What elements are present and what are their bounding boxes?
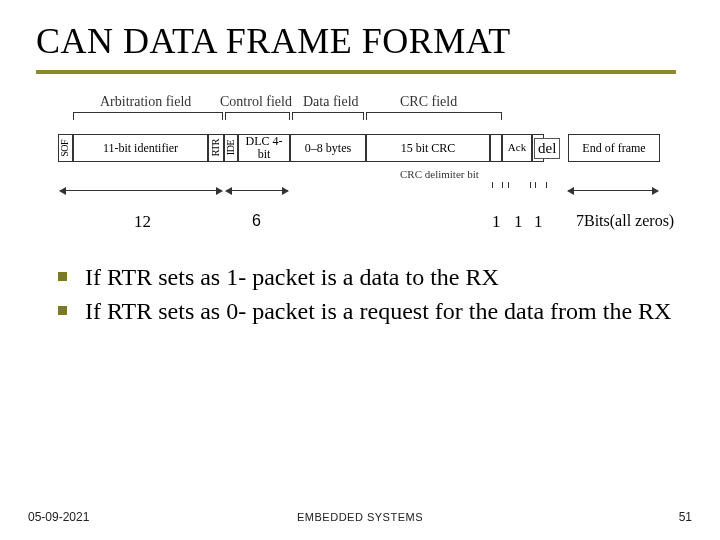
label-crc-delimiter-bit: CRC delimiter bit	[400, 168, 479, 180]
tick-ack-r	[530, 182, 531, 188]
bit-count-row: 12 6 1 1 1 7Bits(all zeros)	[40, 212, 675, 238]
field-ack: Ack	[502, 134, 532, 162]
footer-center: EMBEDDED SYSTEMS	[297, 511, 423, 523]
slide-title: CAN DATA FRAME FORMAT	[36, 20, 690, 62]
bullet-icon	[58, 272, 67, 281]
field-identifier: 11-bit identifier	[73, 134, 208, 162]
tick-crc-delim-r	[502, 182, 503, 188]
slide-footer: 05-09-2021 EMBEDDED SYSTEMS 51	[0, 510, 720, 524]
bracket-crc	[366, 112, 502, 120]
tick-crc-delim-l	[492, 182, 493, 188]
bits-del: 1	[534, 212, 543, 232]
tick-del-r	[546, 182, 547, 188]
bits-eof-note: 7Bits(all zeros)	[576, 212, 674, 230]
tick-ack-l	[508, 182, 509, 188]
bits-arbitration: 12	[134, 212, 151, 232]
bracket-arbitration	[73, 112, 223, 120]
list-item: If RTR sets as 1- packet is a data to th…	[58, 262, 688, 292]
tick-del-l	[535, 182, 536, 188]
bits-crc-delim: 1	[492, 212, 501, 232]
frame-diagram: Arbitration field Control field Data fie…	[40, 92, 675, 212]
field-crc: 15 bit CRC	[366, 134, 490, 162]
field-rtr: RTR	[208, 134, 224, 162]
span-eof-bits	[568, 190, 658, 191]
bits-ack: 1	[514, 212, 523, 232]
bullet-list: If RTR sets as 1- packet is a data to th…	[58, 262, 688, 326]
bits-control: 6	[252, 212, 261, 230]
bullet-text: If RTR sets as 1- packet is a data to th…	[85, 262, 499, 292]
field-data-bytes: 0–8 bytes	[290, 134, 366, 162]
bullet-icon	[58, 306, 67, 315]
footer-page-number: 51	[679, 510, 692, 524]
span-control-bits	[226, 190, 288, 191]
label-control-field: Control field	[220, 94, 292, 110]
slide: CAN DATA FRAME FORMAT Arbitration field …	[0, 0, 720, 540]
bullet-text: If RTR sets as 0- packet is a request fo…	[85, 296, 671, 326]
field-sof: SOF	[58, 134, 73, 162]
field-eof: End of frame	[568, 134, 660, 162]
bracket-data	[292, 112, 364, 120]
field-dlc: DLC 4-bit	[238, 134, 290, 162]
title-underline	[36, 70, 676, 74]
bracket-control	[225, 112, 290, 120]
label-data-field: Data field	[303, 94, 359, 110]
field-crc-delim	[490, 134, 502, 162]
label-arbitration-field: Arbitration field	[100, 94, 191, 110]
field-ide: IDE	[224, 134, 238, 162]
footer-date: 05-09-2021	[28, 510, 89, 524]
label-crc-field: CRC field	[400, 94, 457, 110]
list-item: If RTR sets as 0- packet is a request fo…	[58, 296, 688, 326]
span-arbitration-bits	[60, 190, 222, 191]
del-overlay-box: del	[534, 138, 560, 159]
